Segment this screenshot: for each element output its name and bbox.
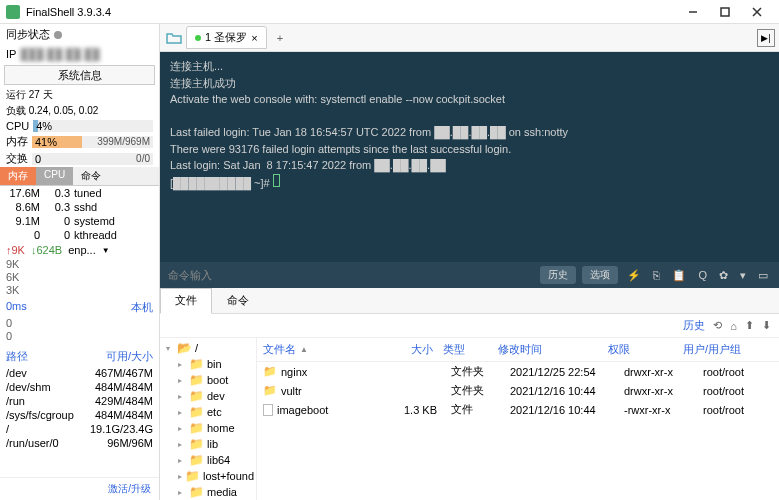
- command-input[interactable]: 命令输入: [168, 268, 534, 283]
- col-date[interactable]: 修改时间: [498, 342, 608, 357]
- copy-icon[interactable]: ⎘: [650, 269, 663, 281]
- ip-value: ███.██.██.██: [20, 48, 99, 60]
- tree-root[interactable]: ▾📂/: [162, 340, 254, 356]
- tree-item[interactable]: ▸📁etc: [162, 404, 254, 420]
- refresh-icon[interactable]: ⟲: [713, 319, 722, 332]
- file-row[interactable]: 📁vultr 文件夹2021/12/16 10:44drwxr-xr-xroot…: [257, 381, 779, 400]
- net-upload: ↑9K: [6, 244, 25, 256]
- tree-item[interactable]: ▸📁boot: [162, 372, 254, 388]
- app-title: FinalShell 3.9.3.4: [26, 6, 677, 18]
- file-row[interactable]: 📁nginx 文件夹2021/12/25 22:54drwxr-xr-xroot…: [257, 362, 779, 381]
- sort-asc-icon[interactable]: ▲: [300, 345, 308, 354]
- options-button[interactable]: 选项: [582, 266, 618, 284]
- directory-tree[interactable]: ▾📂/ ▸📁bin ▸📁boot ▸📁dev ▸📁etc ▸📁home ▸📁li…: [160, 338, 257, 500]
- cpu-bar: 4%: [33, 120, 153, 132]
- svg-rect-0: [721, 8, 729, 16]
- folder-icon: 📁: [263, 365, 277, 378]
- connection-tab[interactable]: 1 圣保罗 ×: [186, 26, 267, 49]
- system-info-button[interactable]: 系统信息: [4, 65, 155, 85]
- settings-icon[interactable]: ✿: [716, 269, 731, 282]
- folder-icon[interactable]: [164, 28, 184, 48]
- upload-icon[interactable]: ⬆: [745, 319, 754, 332]
- dropdown-icon[interactable]: ▾: [737, 269, 749, 282]
- swap-label: 交换: [6, 151, 28, 166]
- tab-files[interactable]: 文件: [160, 288, 212, 314]
- ip-label: IP: [6, 48, 16, 60]
- swap-bar: 00/0: [32, 153, 153, 165]
- fullscreen-icon[interactable]: ▭: [755, 269, 771, 282]
- tab-cpu[interactable]: CPU: [36, 167, 73, 185]
- tree-item[interactable]: ▸📁lib64: [162, 452, 254, 468]
- search-icon[interactable]: Q: [695, 269, 710, 281]
- folder-icon: 📁: [263, 384, 277, 397]
- tree-item[interactable]: ▸📁lib: [162, 436, 254, 452]
- tree-item[interactable]: ▸📁home: [162, 420, 254, 436]
- connection-status-dot: [195, 35, 201, 41]
- load-label: 负载 0.24, 0.05, 0.02: [0, 103, 159, 119]
- disk-hdr-size: 可用/大小: [91, 349, 153, 364]
- col-owner[interactable]: 用户/用户组: [683, 342, 753, 357]
- sync-status-label: 同步状态: [6, 27, 50, 42]
- file-row[interactable]: imageboot 1.3 KB文件2021/12/16 10:44-rwxr-…: [257, 400, 779, 419]
- uptime-label: 运行 27 天: [0, 87, 159, 103]
- col-perm[interactable]: 权限: [608, 342, 683, 357]
- tree-item[interactable]: ▸📁bin: [162, 356, 254, 372]
- tab-close-icon[interactable]: ×: [251, 32, 257, 44]
- process-list: 17.6M0.3tuned 8.6M0.3sshd 9.1M0systemd 0…: [0, 186, 159, 242]
- status-dot-icon: [54, 31, 62, 39]
- activate-link[interactable]: 激活/升级: [0, 477, 159, 500]
- connection-tab-label: 1 圣保罗: [205, 30, 247, 45]
- terminal-output[interactable]: 连接主机... 连接主机成功 Activate the web console …: [160, 52, 779, 262]
- maximize-button[interactable]: [709, 1, 741, 23]
- net-scale: 9K6K3K: [0, 258, 159, 298]
- terminal-cursor: [273, 174, 280, 187]
- net-interface[interactable]: enp...: [68, 244, 96, 256]
- tab-commands[interactable]: 命令: [212, 288, 264, 313]
- close-button[interactable]: [741, 1, 773, 23]
- local-label: 本机: [131, 300, 153, 315]
- expand-icon[interactable]: ▶|: [757, 29, 775, 47]
- tree-item[interactable]: ▸📁media: [162, 484, 254, 500]
- mem-label: 内存: [6, 134, 28, 149]
- tree-item[interactable]: ▸📁dev: [162, 388, 254, 404]
- col-type[interactable]: 类型: [443, 342, 498, 357]
- file-icon: [263, 404, 273, 416]
- home-icon[interactable]: ⌂: [730, 320, 737, 332]
- col-size[interactable]: 大小: [383, 342, 443, 357]
- net-download: ↓624B: [31, 244, 62, 256]
- paste-icon[interactable]: 📋: [669, 269, 689, 282]
- latency-value: 0ms: [6, 300, 27, 315]
- disk-hdr-path: 路径: [6, 349, 91, 364]
- app-logo: [6, 5, 20, 19]
- tab-command[interactable]: 命令: [73, 167, 109, 185]
- new-tab-button[interactable]: +: [269, 29, 291, 47]
- col-filename[interactable]: 文件名: [263, 342, 296, 357]
- file-history-link[interactable]: 历史: [683, 318, 705, 333]
- bolt-icon[interactable]: ⚡: [624, 269, 644, 282]
- download-icon[interactable]: ⬇: [762, 319, 771, 332]
- tree-item[interactable]: ▸📁lost+found: [162, 468, 254, 484]
- mem-bar: 41%399M/969M: [32, 136, 153, 148]
- history-button[interactable]: 历史: [540, 266, 576, 284]
- minimize-button[interactable]: [677, 1, 709, 23]
- tab-memory[interactable]: 内存: [0, 167, 36, 185]
- cpu-label: CPU: [6, 120, 29, 132]
